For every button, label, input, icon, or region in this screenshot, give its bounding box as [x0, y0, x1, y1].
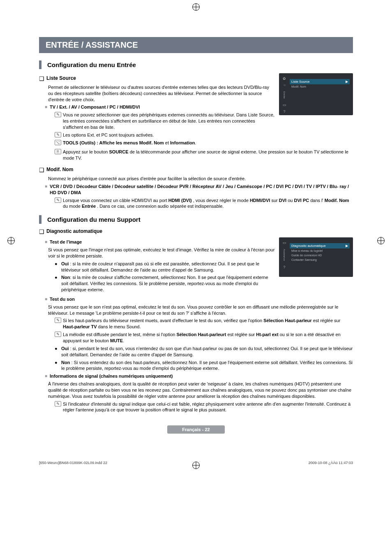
registration-mark — [192, 3, 200, 11]
item-diagnostic: ❑ Diagnostic automatique — [39, 228, 353, 236]
page-footer: Français - 22 — [167, 425, 225, 434]
text-liste-source-desc: Permet de sélectionner le téléviseur ou … — [48, 84, 275, 103]
note-tools: ⌥ TOOLS (Outils) : Affiche les menus Mod… — [55, 140, 275, 146]
folder-icon: ▭ — [282, 241, 286, 245]
small-square-icon: ■ — [45, 104, 50, 110]
small-square-icon: ■ — [45, 373, 50, 379]
note-haut-parleur-tv: ✎ Si les haut-parleurs du téléviseur res… — [55, 318, 353, 330]
section-heading-support: Configuration du menu Support — [39, 215, 353, 224]
tools-icon: ⌥ — [55, 140, 61, 145]
text-test-son-desc: Si vous pensez que le son n'est pas opti… — [48, 304, 353, 316]
print-file: [650-Weuro]BN68-01899K-02L09.indd 22 — [39, 461, 107, 465]
osd-item-contacter-samsung: Contacter Samsung — [290, 258, 350, 262]
osd-item-modif-nom: Modif. Nom — [290, 84, 350, 89]
item-info-signal: ■ Informations de signal (chaînes numéri… — [45, 373, 353, 379]
note-signal-faible: ✎ Si l'indicateur d'intensité du signal … — [55, 401, 353, 413]
item-test-image: ■ Test de l'image — [45, 239, 275, 245]
section-heading-entree: Configuration du menu Entrée — [39, 60, 353, 69]
bullet-icon: ● — [55, 261, 61, 267]
note-icon: ✎ — [55, 401, 61, 406]
osd-highlight-liste-source: Liste Source ▶ — [290, 79, 350, 84]
help-icon: ? — [282, 265, 286, 269]
plug-icon: ⎓ — [282, 83, 286, 87]
help-icon: ? — [282, 109, 286, 114]
small-square-icon: ■ — [45, 183, 50, 189]
text-info-signal-desc: À l'inverse des chaînes analogiques, don… — [48, 381, 353, 399]
bullet-test-son-oui: ● Oui : si, pendant le test du son, vous… — [55, 346, 353, 358]
note-melodie: ✎ La mélodie est diffusée pendant le tes… — [55, 332, 353, 344]
osd-highlight-diagnostic: Diagnostic automatique ▶ — [290, 243, 350, 248]
small-square-icon: ■ — [45, 296, 50, 302]
osd-preview-assistance: ▭ Assistance ? Diagnostic automatique ▶ … — [279, 237, 353, 277]
osd-preview-entree: ✿ ⎓ Entrée ▭ ? Liste Source ▶ Modif. Nom — [279, 73, 353, 115]
bullet-icon: ● — [55, 346, 61, 352]
square-bullet-icon: ❑ — [39, 166, 46, 174]
note-hdmi-dvi: ✎ Lorsque vous connectez un câble HDMI/D… — [55, 197, 353, 210]
print-timestamp: 2009-10-08 ¿ÀÀü 11:47:03 — [308, 461, 353, 465]
bullet-test-image-oui: ● Oui : si la mire de couleur n'apparaît… — [55, 261, 275, 273]
note-icon: ✎ — [55, 318, 61, 323]
registration-mark — [7, 237, 15, 244]
bullet-test-image-non: ● Non: si la mire de couleur s'affiche c… — [55, 274, 275, 293]
osd-tab-label: Assistance — [283, 247, 286, 262]
item-modif-nom: ❑ Modif. Nom — [39, 166, 353, 174]
chevron-right-icon: ▶ — [346, 80, 348, 84]
item-test-son: ■ Test du son — [45, 296, 353, 302]
note-ext-pc: ✎ Les options Ext. et PC sont toujours a… — [55, 132, 275, 138]
bullet-test-son-non: ● Non : Si vous entendez du son des haut… — [55, 360, 353, 372]
note-source-button: ⎘ Appuyez sur le bouton SOURCE de la tél… — [55, 149, 353, 161]
bullet-icon: ● — [55, 360, 61, 366]
osd-item-guide-hd: Guide de connexion HD — [290, 253, 350, 258]
registration-mark — [377, 237, 385, 244]
gear-icon: ✿ — [282, 77, 286, 81]
square-bullet-icon: ❑ — [39, 228, 46, 236]
osd-item-mise-a-niveau: Mise à niveau du logiciel — [290, 248, 350, 253]
square-bullet-icon: ❑ — [39, 75, 46, 83]
item-device-list: ■ VCR / DVD / Décodeur Câble / Décodeur … — [45, 183, 353, 196]
osd-tab-label: Entrée — [283, 90, 286, 100]
item-tv-ext: ■ TV / Ext. / AV / Composant / PC / HDMI… — [45, 104, 275, 110]
note-icon: ✎ — [55, 132, 61, 137]
note-icon: ✎ — [55, 197, 61, 203]
chevron-right-icon: ▶ — [346, 244, 348, 248]
note-icon: ✎ — [55, 112, 61, 117]
folder-icon: ▭ — [282, 103, 286, 107]
text-test-image-desc: Si vous pensez que l'image n'est pas opt… — [48, 247, 275, 259]
page-banner: ENTRÉE / ASSISTANCE — [39, 37, 353, 53]
bullet-icon: ● — [55, 274, 61, 281]
item-liste-source: ❑ Liste Source — [39, 75, 275, 83]
note-icon: ✎ — [55, 332, 61, 337]
registration-mark — [192, 462, 200, 469]
remote-icon: ⎘ — [55, 149, 61, 154]
small-square-icon: ■ — [45, 239, 50, 245]
text-modif-nom-desc: Nommez le périphérique connecté aux pris… — [48, 176, 353, 182]
note-peripheriques: ✎ Vous ne pouvez sélectionner que des pé… — [55, 112, 275, 130]
